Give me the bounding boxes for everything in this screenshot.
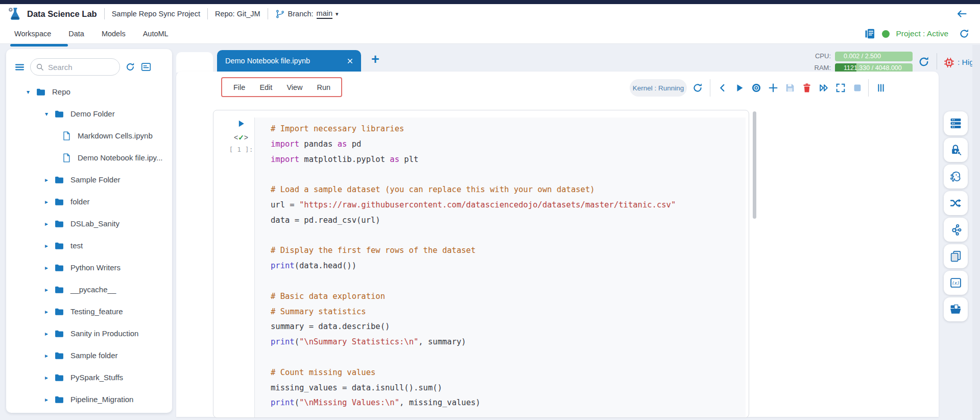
search-icon xyxy=(36,63,44,72)
server-rail-button[interactable] xyxy=(944,111,968,135)
folder-icon xyxy=(36,87,46,97)
notebook-tab[interactable]: Demo Notebook file.ipynb xyxy=(217,50,361,72)
tree-folder-python-writers[interactable]: ▸Python Writers xyxy=(6,256,172,278)
code-window-rail-button[interactable] xyxy=(944,271,968,295)
chevron-right-icon[interactable]: ▸ xyxy=(43,352,50,359)
menu-run[interactable]: Run xyxy=(317,83,331,91)
app-logo-flask-icon xyxy=(7,6,22,21)
bullseye-button[interactable] xyxy=(751,82,762,94)
app-title: Data Science Lab xyxy=(27,9,97,19)
tree-folder-folder[interactable]: ▸folder xyxy=(6,191,172,213)
refresh-icon xyxy=(918,56,930,68)
chevron-right-icon[interactable]: ▸ xyxy=(43,396,50,403)
chevron-down-icon[interactable]: ▾ xyxy=(25,88,32,96)
lock-key-rail-button[interactable] xyxy=(944,138,968,162)
save-icon xyxy=(784,82,796,94)
code-line: summary = data.describe() xyxy=(271,319,746,335)
menu-view[interactable]: View xyxy=(286,83,302,91)
trash-button[interactable] xyxy=(801,82,812,94)
report-icon xyxy=(864,28,876,40)
ai-brain-rail-button[interactable] xyxy=(944,165,968,189)
code-line: # Import necessary libraries xyxy=(271,122,746,137)
tree-folder-testing-feature[interactable]: ▸Testing_feature xyxy=(6,300,172,322)
chevron-right-icon[interactable]: ▸ xyxy=(43,330,50,337)
chevron-right-icon[interactable]: ▸ xyxy=(43,308,50,315)
tree-item-label: Repo xyxy=(52,87,70,96)
tree-file-demo-notebook-file-ipy[interactable]: Demo Notebook file.ipy... xyxy=(6,147,172,169)
notebook-scrollbar[interactable] xyxy=(753,111,756,219)
save-button[interactable] xyxy=(784,82,796,94)
tab-close-button[interactable] xyxy=(346,56,354,65)
execution-count: [ 1 ]: xyxy=(228,146,254,153)
branch-selector[interactable]: Branch: main ▾ xyxy=(275,9,339,19)
shuffle-rail-button[interactable] xyxy=(944,191,968,215)
tree-folder-sample-folder[interactable]: ▸Sample Folder xyxy=(6,169,172,191)
tree-item-label: PySpark_Stuffs xyxy=(70,373,123,382)
fullscreen-icon xyxy=(835,82,846,94)
layout-columns-button[interactable] xyxy=(875,82,887,94)
sidebar-menu-button[interactable] xyxy=(14,62,25,73)
chevron-down-icon[interactable]: ▾ xyxy=(43,110,50,118)
tree-refresh-button[interactable] xyxy=(125,62,135,72)
project-refresh-button[interactable] xyxy=(959,28,970,39)
chevron-right-icon[interactable]: ▸ xyxy=(43,374,50,381)
chevron-right-icon[interactable]: ▸ xyxy=(43,286,50,293)
branch-name[interactable]: main xyxy=(317,9,332,19)
new-tab-button[interactable]: + xyxy=(371,53,379,66)
terminal-panel-button[interactable] xyxy=(140,61,152,73)
back-button[interactable] xyxy=(955,8,968,20)
tree-folder-sanity-in-production[interactable]: ▸Sanity in Production xyxy=(6,322,172,344)
folder-icon xyxy=(54,351,64,361)
divider xyxy=(868,79,869,97)
code-line: # Load a sample dataset (you can replace… xyxy=(271,182,746,198)
notebook-cell[interactable]: <✓> [ 1 ]: # Import necessary librariesi… xyxy=(213,110,749,418)
stop-button[interactable] xyxy=(852,82,863,94)
project-logs-button[interactable] xyxy=(864,28,876,40)
tree-folder-sample-folder[interactable]: ▸Sample folder xyxy=(6,344,172,366)
chevron-right-icon[interactable]: ▸ xyxy=(43,198,50,205)
refresh-icon xyxy=(692,82,703,94)
chevron-left-button[interactable] xyxy=(717,82,728,94)
menu-file[interactable]: File xyxy=(233,83,245,91)
tree-folder-test[interactable]: ▸test xyxy=(6,235,172,256)
search-box[interactable] xyxy=(30,58,120,76)
nav-tab-data[interactable]: Data xyxy=(68,30,84,38)
fullscreen-button[interactable] xyxy=(835,82,846,94)
tree-folder-repo[interactable]: ▾Repo xyxy=(6,81,172,103)
network-rail-button[interactable] xyxy=(944,218,968,242)
tree-folder-pipeline-migration[interactable]: ▸Pipeline_Migration xyxy=(6,388,172,410)
folder-icon xyxy=(54,175,64,185)
nav-tab-models[interactable]: Models xyxy=(102,30,126,38)
nav-tab-automl[interactable]: AutoML xyxy=(143,30,169,38)
search-input[interactable] xyxy=(48,63,109,72)
nav-tab-workspace[interactable]: Workspace xyxy=(14,30,51,38)
kernel-refresh-button[interactable] xyxy=(692,82,703,94)
run-cell-button[interactable] xyxy=(228,119,254,129)
check-icon: ✓ xyxy=(238,133,244,142)
chevron-right-icon[interactable]: ▸ xyxy=(43,176,50,183)
cell-code-editor[interactable]: # Import necessary librariesimport panda… xyxy=(254,118,746,417)
chevron-right-icon[interactable]: ▸ xyxy=(43,220,50,227)
tree-item-label: Demo Folder xyxy=(70,109,115,118)
play-button[interactable] xyxy=(734,82,745,94)
tree-folder-pyspark-stuffs[interactable]: ▸PySpark_Stuffs xyxy=(6,366,172,388)
hamburger-icon xyxy=(14,62,25,73)
code-line: print("\nMissing Values:\n", missing_val… xyxy=(271,395,746,411)
code-line: # Summary statistics xyxy=(271,305,746,320)
tree-item-label: Demo Notebook file.ipy... xyxy=(78,153,162,162)
copy-rail-button[interactable] xyxy=(944,244,968,268)
menu-edit[interactable]: Edit xyxy=(259,83,272,91)
plus-button[interactable] xyxy=(768,82,779,94)
fast-forward-button[interactable] xyxy=(818,82,829,94)
chevron-right-icon[interactable]: ▸ xyxy=(43,264,50,271)
open-folder-rail-button[interactable] xyxy=(944,297,968,321)
kernel-status-pill[interactable]: Kernel : Running xyxy=(630,79,687,97)
tree-item-label: Testing_feature xyxy=(70,307,123,316)
tree-file-markdown-cells-ipynb[interactable]: Markdown Cells.ipynb xyxy=(6,125,172,147)
chevron-right-icon[interactable]: ▸ xyxy=(43,242,50,249)
resources-refresh-button[interactable] xyxy=(918,56,930,68)
tree-folder-dslab-sanity[interactable]: ▸DSLab_Sanity xyxy=(6,213,172,235)
tree-item-label: folder xyxy=(70,197,90,206)
tree-folder-pycache[interactable]: ▸__pycache__ xyxy=(6,278,172,300)
tree-folder-demo-folder[interactable]: ▾Demo Folder xyxy=(6,103,172,125)
